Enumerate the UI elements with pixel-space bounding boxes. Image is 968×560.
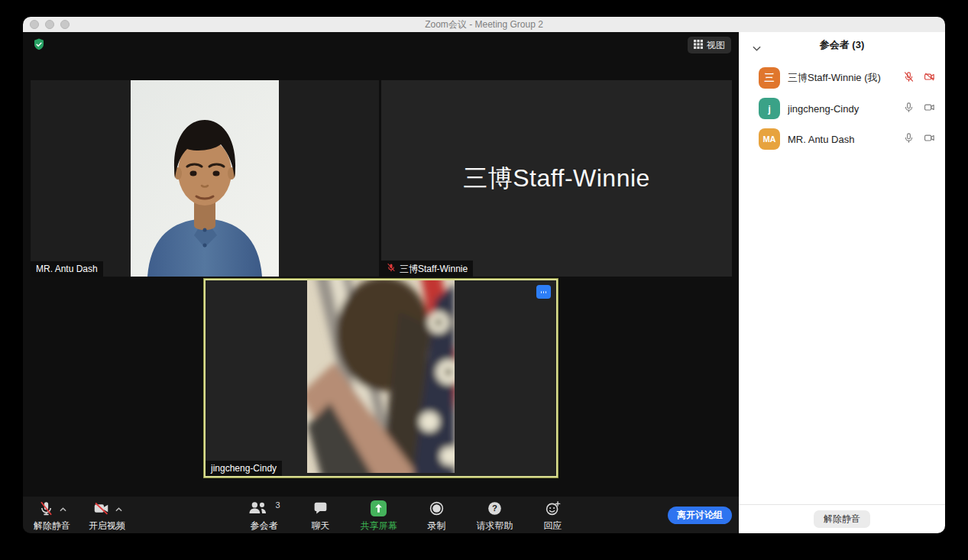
svg-text:?: ? xyxy=(492,503,497,513)
zoom-window: Zoom会议 - Meeting Group 2 xyxy=(23,17,945,533)
panel-unmute-button[interactable]: 解除静音 xyxy=(814,510,870,528)
record-button[interactable]: 录制 xyxy=(420,500,454,532)
avatar: j xyxy=(759,98,780,119)
tile-more-options-button[interactable] xyxy=(536,285,551,299)
participants-button[interactable]: 3 参会者 xyxy=(248,500,281,532)
video-pillarbox-left xyxy=(206,280,307,476)
participant-row[interactable]: MA MR. Antu Dash xyxy=(739,124,945,154)
video-options-chevron[interactable] xyxy=(115,507,122,512)
record-icon xyxy=(429,500,445,520)
participants-panel: 参会者 (3) 三 三博Staff-Winnie (我) xyxy=(739,32,945,533)
traffic-lights xyxy=(30,20,70,29)
audio-options-chevron[interactable] xyxy=(60,507,66,512)
meeting-area: 视图 xyxy=(23,32,739,533)
share-screen-button[interactable]: 共享屏幕 xyxy=(361,500,397,532)
start-video-button[interactable]: 开启视频 xyxy=(89,500,125,532)
record-label: 录制 xyxy=(428,520,446,532)
unmute-label: 解除静音 xyxy=(34,520,70,532)
tile-name-text: 三博Staff-Winnie xyxy=(400,264,468,274)
mic-icon xyxy=(903,102,915,116)
chat-icon xyxy=(312,500,329,520)
video-pillarbox-right xyxy=(455,280,556,476)
mic-off-icon xyxy=(38,500,54,520)
tile-display-name: 三博Staff-Winnie xyxy=(381,80,732,277)
camera-off-icon xyxy=(92,500,110,520)
participant-row[interactable]: 三 三博Staff-Winnie (我) xyxy=(739,63,945,93)
tile-name-text: jingcheng-Cindy xyxy=(211,463,277,474)
titlebar: Zoom会议 - Meeting Group 2 xyxy=(23,17,945,32)
share-screen-icon xyxy=(371,500,387,520)
participants-list: 三 三博Staff-Winnie (我) xyxy=(739,58,945,504)
ask-for-help-button[interactable]: ? 请求帮助 xyxy=(477,500,513,532)
mic-icon xyxy=(903,132,915,147)
view-button[interactable]: 视图 xyxy=(688,37,731,53)
chat-label: 聊天 xyxy=(312,520,330,532)
grid-icon xyxy=(694,40,703,51)
help-icon: ? xyxy=(487,500,503,520)
reactions-label: 回应 xyxy=(544,520,562,532)
mic-off-icon xyxy=(387,263,396,274)
camera-off-icon xyxy=(923,71,936,86)
start-video-label: 开启视频 xyxy=(89,520,125,532)
participant-row[interactable]: j jingcheng-Cindy xyxy=(739,93,945,124)
participant-name: jingcheng-Cindy xyxy=(788,103,903,115)
panel-collapse-chevron-icon[interactable] xyxy=(753,40,761,54)
participants-icon xyxy=(248,500,267,520)
chat-button[interactable]: 聊天 xyxy=(304,500,338,532)
tile-name-label: jingcheng-Cindy xyxy=(206,461,282,476)
unmute-button[interactable]: 解除静音 xyxy=(34,500,70,532)
avatar: MA xyxy=(759,128,780,150)
tile-name-label: MR. Antu Dash xyxy=(31,261,103,277)
participant-video-frame xyxy=(131,80,279,277)
camera-icon xyxy=(923,102,936,116)
reactions-button[interactable]: 回应 xyxy=(536,500,570,532)
avatar: 三 xyxy=(759,67,780,89)
view-button-label: 视图 xyxy=(707,39,725,52)
minimize-window-button[interactable] xyxy=(45,20,54,29)
tile-name-label: 三博Staff-Winnie xyxy=(381,261,473,277)
video-tile-antu-dash[interactable]: MR. Antu Dash xyxy=(31,80,379,277)
ask-for-help-label: 请求帮助 xyxy=(477,520,513,532)
participants-count: 3 xyxy=(275,500,280,510)
share-screen-label: 共享屏幕 xyxy=(361,520,397,532)
desktop: { "window": { "title": "Zoom会议 - Meeting… xyxy=(0,0,968,560)
mic-muted-icon xyxy=(903,71,915,86)
video-tile-winnie[interactable]: 三博Staff-Winnie 三博Staff-Winnie xyxy=(381,80,732,277)
meeting-toolbar: 解除静音 xyxy=(23,497,739,533)
leave-breakout-button[interactable]: 离开讨论组 xyxy=(668,507,732,524)
reactions-smiley-icon xyxy=(545,500,561,520)
participants-panel-header: 参会者 (3) xyxy=(739,32,945,58)
participant-name: 三博Staff-Winnie (我) xyxy=(788,71,903,85)
camera-icon xyxy=(923,132,936,147)
window-title: Zoom会议 - Meeting Group 2 xyxy=(23,18,945,31)
security-shield-icon[interactable] xyxy=(32,37,46,51)
close-window-button[interactable] xyxy=(30,20,39,29)
zoom-window-button[interactable] xyxy=(60,20,70,29)
video-tile-cindy-active[interactable]: jingcheng-Cindy xyxy=(204,279,558,477)
tile-name-text: MR. Antu Dash xyxy=(36,264,98,274)
participants-panel-title: 参会者 (3) xyxy=(820,38,865,52)
participants-label: 参会者 xyxy=(251,520,278,532)
participant-name: MR. Antu Dash xyxy=(788,134,903,145)
participants-panel-footer: 解除静音 xyxy=(739,504,945,533)
participant-video-frame xyxy=(307,280,455,473)
